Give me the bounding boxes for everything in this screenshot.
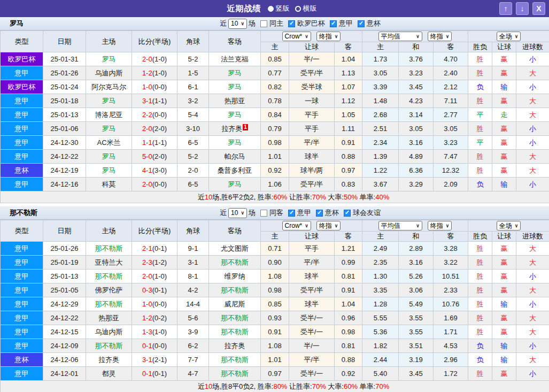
league-filter-label: 欧罗巴杯 bbox=[297, 19, 325, 28]
col-ah-away: 客 bbox=[335, 42, 362, 52]
team-name: 罗马 bbox=[10, 19, 24, 28]
ah-away-odds: 0.81 bbox=[335, 270, 362, 283]
result-goals: 大 bbox=[516, 242, 549, 256]
ah-home-odds: 1.08 bbox=[261, 339, 289, 353]
away-team: 法兰克福 bbox=[221, 55, 249, 63]
col-ah-result: 让球 bbox=[492, 232, 516, 242]
result-handicap: 赢 bbox=[492, 311, 516, 325]
away-team: 桑普多利亚 bbox=[218, 166, 252, 174]
move-up-button[interactable]: ↑ bbox=[499, 2, 512, 15]
odds-time-select-2[interactable]: 终指∨ bbox=[428, 221, 452, 230]
result-goals: 大 bbox=[516, 164, 549, 178]
odds-home: 2.49 bbox=[362, 242, 399, 256]
away-team-cell: 那不勒斯 bbox=[209, 311, 261, 325]
col-away: 客场 bbox=[209, 220, 261, 242]
league-filter-label: 意甲 bbox=[339, 19, 353, 28]
result-wl: 胜 bbox=[468, 283, 492, 297]
match-row: 欧罗巴杯 25-01-24 阿尔克马尔 1-0(0-0) 6-1 罗马 0.82… bbox=[1, 80, 549, 94]
league-filter-checkbox[interactable] bbox=[330, 20, 337, 27]
result-wl: 胜 bbox=[468, 256, 492, 270]
same-venue-checkbox[interactable] bbox=[260, 20, 267, 27]
near-label: 近 bbox=[220, 208, 227, 218]
score-cell: 3-1(1-1) bbox=[132, 94, 177, 108]
home-team: 罗马 bbox=[86, 150, 132, 164]
odds-time-select[interactable]: 终指∨ bbox=[316, 221, 341, 230]
league-filter-checkbox[interactable] bbox=[316, 210, 323, 217]
score-cell: 2-0(2-0) bbox=[132, 122, 177, 136]
ah-line: 平手 bbox=[289, 242, 335, 256]
result-handicap: 赢 bbox=[492, 242, 516, 256]
result-handicap: 赢 bbox=[492, 164, 516, 178]
league-filter-label: 意杯 bbox=[325, 208, 339, 218]
league-filter-checkbox[interactable] bbox=[358, 20, 365, 27]
same-venue-checkbox[interactable] bbox=[260, 210, 267, 217]
match-row: 意甲 24-12-22 罗马 5-0(2-0) 5-2 帕尔马 1.01 球半 … bbox=[1, 150, 549, 164]
radio-label: 横版 bbox=[303, 4, 317, 13]
away-team-cell: 那不勒斯 bbox=[209, 283, 261, 297]
bookmaker-select[interactable]: Crow*∨ bbox=[282, 32, 311, 41]
score-cell: 2-3(1-2) bbox=[132, 256, 177, 270]
ah-line: 受半/一 bbox=[289, 311, 335, 325]
result-wl: 胜 bbox=[468, 150, 492, 164]
odds-draw: 2.89 bbox=[399, 242, 434, 256]
match-row: 意甲 24-12-01 都灵 0-1(0-1) 4-7 那不勒斯 0.97 受半… bbox=[1, 367, 549, 381]
home-team: 博洛尼亚 bbox=[86, 108, 132, 122]
score-cell: 1-0(0-0) bbox=[132, 80, 177, 94]
handicap-dropdowns: Crow*∨ 终指∨ bbox=[261, 31, 362, 42]
fulltime-score: 2-2 bbox=[142, 111, 152, 119]
fulltime-score: 3-1 bbox=[142, 97, 152, 105]
col-wl: 胜负 bbox=[468, 42, 492, 52]
chevron-down-icon: ∨ bbox=[241, 210, 244, 216]
roma-results-table: 类型 日期 主场 比分(半场) 角球 客场 Crow*∨ 终指∨ 平均值∨ 终指… bbox=[0, 30, 549, 203]
away-team: 那不勒斯 bbox=[221, 314, 249, 322]
odds-away: 1.71 bbox=[434, 325, 468, 339]
odds-home: 5.40 bbox=[362, 367, 399, 381]
score-cell: 4-1(3-0) bbox=[132, 164, 177, 178]
match-row: 意杯 24-12-06 拉齐奥 3-1(2-1) 7-7 那不勒斯 1.01 平… bbox=[1, 353, 549, 367]
halftime-score: (1-0) bbox=[152, 55, 167, 63]
away-team-cell: 罗马 bbox=[209, 136, 261, 150]
ah-away-odds: 0.88 bbox=[335, 150, 362, 164]
ah-home-odds: 1.01 bbox=[261, 150, 289, 164]
col-ah-result: 让球 bbox=[492, 42, 516, 52]
bookmaker-select[interactable]: Crow*∨ bbox=[282, 221, 311, 230]
away-team-cell: 那不勒斯 bbox=[209, 367, 261, 381]
fulltime-select[interactable]: 全场∨ bbox=[497, 221, 521, 230]
radio-unselected-icon[interactable] bbox=[295, 6, 301, 12]
close-button[interactable]: X bbox=[532, 2, 545, 15]
odds-away: 12.32 bbox=[434, 164, 468, 178]
average-select[interactable]: 平均值∨ bbox=[378, 221, 422, 230]
result-wl: 负 bbox=[468, 178, 492, 191]
fulltime-select[interactable]: 全场∨ bbox=[497, 32, 521, 41]
league-filter-checkbox[interactable] bbox=[288, 20, 295, 27]
page-title: 近期战绩 bbox=[227, 4, 261, 14]
odds-time-select[interactable]: 终指∨ bbox=[316, 32, 341, 41]
league-filter-checkbox[interactable] bbox=[344, 210, 351, 217]
odds-away: 1.69 bbox=[434, 311, 468, 325]
match-date: 25-01-05 bbox=[43, 283, 86, 297]
chevron-down-icon: ∨ bbox=[416, 223, 420, 228]
league-badge: 意甲 bbox=[1, 297, 43, 311]
average-select[interactable]: 平均值∨ bbox=[378, 32, 422, 41]
match-date: 24-12-15 bbox=[43, 325, 86, 339]
odds-home: 1.28 bbox=[362, 297, 399, 311]
odds-time-select-2[interactable]: 终指∨ bbox=[428, 32, 452, 41]
layout-option-horizontal[interactable]: 横版 bbox=[295, 4, 317, 13]
match-count-select[interactable]: 10 ∨ bbox=[228, 19, 247, 29]
league-filter-checkbox[interactable] bbox=[288, 210, 295, 217]
odds-draw: 3.23 bbox=[399, 66, 434, 80]
move-down-button[interactable]: ↓ bbox=[516, 2, 529, 15]
corner-cell: 4-7 bbox=[177, 367, 209, 381]
result-handicap: 输 bbox=[492, 339, 516, 353]
col-ah-away: 客 bbox=[335, 232, 362, 242]
match-date: 24-12-01 bbox=[43, 367, 86, 381]
result-goals: 小 bbox=[516, 52, 549, 66]
match-date: 24-12-19 bbox=[43, 164, 86, 178]
radio-selected-icon[interactable] bbox=[268, 6, 274, 12]
layout-option-vertical[interactable]: 竖版 bbox=[268, 4, 290, 13]
match-date: 24-12-30 bbox=[43, 136, 86, 150]
chevron-down-icon: ∨ bbox=[515, 223, 519, 228]
away-team-cell: 尤文图斯 bbox=[209, 242, 261, 256]
ah-away-odds: 1.13 bbox=[335, 66, 362, 80]
match-count-select[interactable]: 10 ∨ bbox=[228, 208, 247, 218]
